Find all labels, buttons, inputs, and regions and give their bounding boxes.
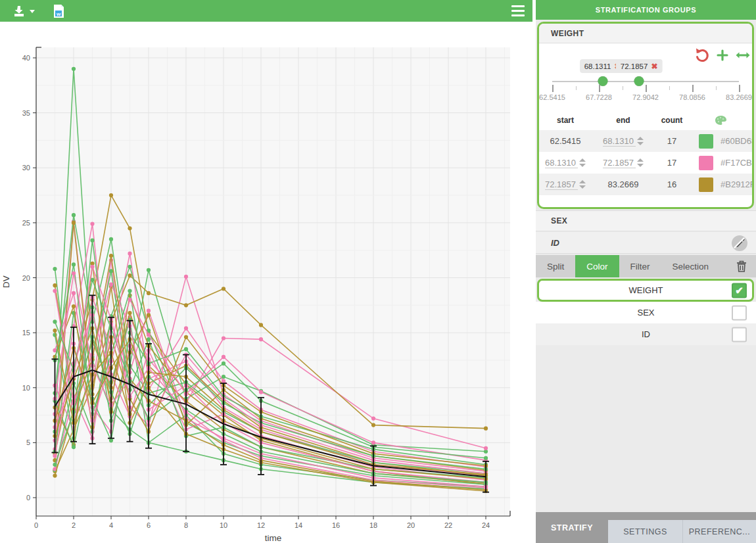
sex-section-header[interactable]: SEX [536,210,756,231]
subject-point [128,311,131,315]
subject-point [259,390,263,394]
palette-button[interactable] [689,115,752,126]
stratify-by-weight-row[interactable]: WEIGHT ✔ [536,279,756,301]
chart-region: w 0246810121416182022240510152025303540t… [0,0,532,543]
id-checkbox[interactable] [732,327,747,342]
row-label: WEIGHT [629,285,663,295]
delete-stratification-button[interactable] [736,255,747,277]
subject-point [72,262,76,266]
subject-point [147,291,151,295]
weight-section: WEIGHT [537,22,754,209]
slider-axis-label: 78.0856 [679,93,705,101]
svg-text:10: 10 [220,521,227,529]
tab-color[interactable]: Color [575,255,619,277]
group-color-swatch[interactable] [699,134,713,149]
spinner-control[interactable] [637,137,644,145]
spinner-control[interactable] [579,158,586,167]
subject-point [184,335,188,339]
svg-text:w: w [56,11,61,16]
cut-value-pill[interactable]: 72.1857 ✖ [616,59,663,73]
app-root: w 0246810121416182022240510152025303540t… [0,0,756,543]
add-cut-button[interactable] [716,49,729,64]
end-input[interactable]: 68.1310 [603,136,644,147]
start-input[interactable]: 68.1310 [545,158,586,168]
y-axis-title: DV [1,275,11,288]
subject-point [222,336,225,340]
svg-text:20: 20 [407,521,415,529]
subject-point [147,309,151,313]
slider-axis-labels: 62.5415 67.7228 72.9042 78.0856 83.2669 [552,93,739,103]
svg-text:15: 15 [22,329,30,337]
subject-point [222,379,225,383]
stratify-by-id-row[interactable]: ID [536,323,756,345]
tab-settings[interactable]: SETTINGS [608,520,682,543]
undo-button[interactable] [694,47,710,66]
group-color-hex: #F17CB0 [717,158,754,168]
group-color-swatch[interactable] [699,156,713,170]
cut-value: 72.1857 [621,62,648,70]
start-input[interactable]: 72.1857 [545,179,586,190]
col-count: count [655,116,689,125]
svg-text:12: 12 [257,521,265,529]
group-color-hex: #60BD68 [717,136,754,146]
subject-point [53,267,57,271]
subject-point [109,254,113,258]
subject-point [53,319,57,323]
group-row: 62.5415 68.1310 17 #60BD68 [539,130,752,152]
dv-time-chart: 0246810121416182022240510152025303540tim… [0,22,532,543]
col-end: end [592,116,655,125]
slider-tick [716,86,717,90]
weight-section-header[interactable]: WEIGHT [539,24,752,43]
subject-point [147,333,151,337]
subject-point [72,67,76,71]
id-no-stratify-button[interactable] [731,235,748,254]
subject-point [128,265,131,269]
cut-value: 68.1311 [584,62,611,70]
subject-point [90,265,94,269]
id-section-header[interactable]: ID [536,232,756,254]
svg-text:0: 0 [26,494,30,502]
svg-text:4: 4 [109,521,113,529]
subject-point [109,282,113,286]
hamburger-menu-button[interactable] [511,5,525,16]
slider-tick [669,86,670,90]
slider-ticks [552,85,739,93]
resize-range-button[interactable] [735,49,751,64]
subject-point [222,287,225,291]
remove-cut-icon[interactable]: ✖ [651,62,657,71]
subject-point [90,278,94,282]
tab-split[interactable]: Split [536,255,575,277]
tab-stratify[interactable]: STRATIFY [536,512,608,543]
subject-point [72,272,76,275]
slider-axis-label: 62.5415 [539,93,565,101]
export-word-button[interactable]: w [53,4,65,18]
subject-point [128,289,131,293]
subject-point [184,347,188,351]
start-value: 62.5415 [550,136,581,146]
end-input[interactable]: 72.1857 [603,158,644,168]
svg-text:35: 35 [22,109,30,117]
slider-tick [646,85,647,92]
count-value: 16 [667,179,676,189]
subject-point [184,303,188,307]
weight-slider-track[interactable] [552,81,739,82]
stratify-by-sex-row[interactable]: SEX [536,302,756,323]
weight-slider-area: 68.1311 ✖ 72.1857 ✖ 62.5415 67.7228 72.9… [539,43,752,106]
spinner-control[interactable] [637,158,644,167]
download-button[interactable] [12,5,35,18]
spinner-control[interactable] [579,180,586,189]
tab-preferences[interactable]: PREFERENC... [682,520,756,543]
svg-text:2: 2 [72,521,76,529]
col-start: start [539,116,592,125]
tab-filter[interactable]: Filter [619,255,661,277]
tab-selection[interactable]: Selection [661,255,721,277]
group-color-swatch[interactable] [699,177,713,192]
sex-checkbox[interactable] [732,305,747,320]
chart-svg: 0246810121416182022240510152025303540tim… [0,22,532,543]
svg-text:5: 5 [26,438,30,446]
row-label: ID [642,329,650,339]
brush-disabled-icon [731,235,748,252]
svg-text:20: 20 [22,274,30,282]
weight-checkbox[interactable]: ✔ [732,283,747,298]
slider-tick [739,85,740,92]
